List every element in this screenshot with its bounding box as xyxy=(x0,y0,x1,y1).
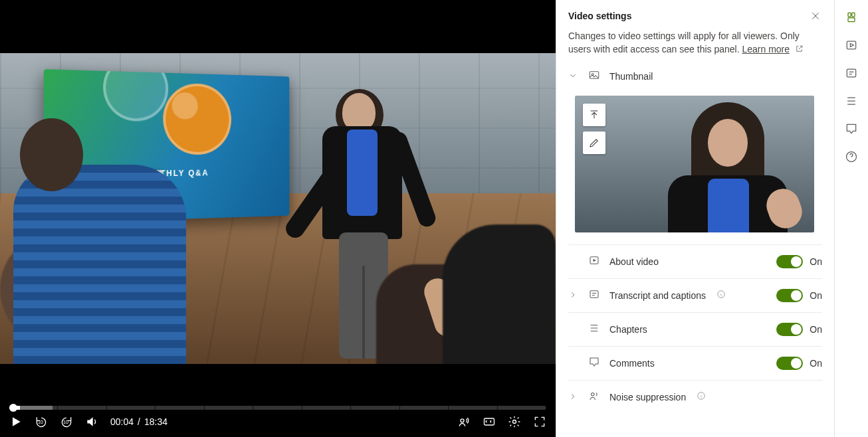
section-chapters[interactable]: Chapters On xyxy=(556,313,834,346)
fullscreen-button[interactable] xyxy=(533,415,546,428)
svg-rect-12 xyxy=(848,18,855,22)
seek-bar[interactable] xyxy=(9,406,546,410)
edit-thumbnail-button[interactable] xyxy=(583,131,605,154)
section-thumbnail-label: Thumbnail xyxy=(609,71,653,82)
rail-chapters-button[interactable] xyxy=(843,93,859,109)
rail-about-button[interactable] xyxy=(843,37,859,53)
transcript-toggle[interactable] xyxy=(776,289,803,302)
rewind-10-button[interactable]: 10 xyxy=(35,415,48,428)
panel-description: Changes to video settings will apply for… xyxy=(556,29,834,60)
section-comments[interactable]: Comments On xyxy=(556,347,834,380)
noise-suppression-button[interactable] xyxy=(457,415,471,428)
seek-thumb[interactable] xyxy=(9,404,17,412)
external-link-icon xyxy=(795,43,804,56)
video-player: CONTOSO MONTHLY Q&A xyxy=(0,0,556,437)
noise-icon xyxy=(588,390,600,404)
volume-button[interactable] xyxy=(85,415,98,428)
info-icon[interactable] xyxy=(716,290,726,302)
section-transcript[interactable]: Transcript and captions On xyxy=(556,279,834,312)
play-button[interactable] xyxy=(9,415,23,428)
video-frame[interactable]: CONTOSO MONTHLY Q&A xyxy=(0,0,556,400)
about-video-toggle[interactable] xyxy=(776,255,803,268)
chevron-down-icon xyxy=(568,71,579,82)
total-time: 18:34 xyxy=(144,416,167,427)
right-rail xyxy=(835,0,868,437)
rail-video-settings-button[interactable] xyxy=(843,9,859,25)
section-about-label: About video xyxy=(609,256,659,267)
thumbnail-preview xyxy=(575,96,814,232)
chevron-right-icon xyxy=(568,392,579,402)
section-transcript-label: Transcript and captions xyxy=(609,290,706,301)
playback-settings-button[interactable] xyxy=(508,415,521,428)
comments-toggle-state: On xyxy=(810,358,822,369)
upload-thumbnail-button[interactable] xyxy=(583,104,605,126)
rail-help-button[interactable] xyxy=(843,149,859,165)
transcript-toggle-state: On xyxy=(810,290,822,301)
thumbnail-preview-area xyxy=(556,93,834,244)
svg-point-2 xyxy=(513,420,516,424)
section-noise-suppression[interactable]: Noise suppression xyxy=(556,381,834,414)
learn-more-link[interactable]: Learn more xyxy=(742,44,790,54)
video-settings-panel: Video settings Changes to video settings… xyxy=(556,0,835,437)
svg-rect-14 xyxy=(847,69,855,77)
captions-button[interactable] xyxy=(483,415,496,428)
current-time: 00:04 xyxy=(110,416,134,427)
image-icon xyxy=(588,69,600,84)
comments-icon xyxy=(588,356,600,371)
chapters-icon xyxy=(588,322,600,337)
chapters-toggle-state: On xyxy=(810,324,822,335)
section-chapters-label: Chapters xyxy=(609,324,647,335)
section-thumbnail-header[interactable]: Thumbnail xyxy=(556,60,834,93)
rail-comments-button[interactable] xyxy=(843,121,859,137)
section-comments-label: Comments xyxy=(609,358,655,369)
svg-rect-6 xyxy=(590,290,598,298)
transcript-icon xyxy=(588,288,600,303)
panel-title: Video settings xyxy=(568,11,631,21)
close-panel-button[interactable] xyxy=(809,9,822,23)
forward-10-button[interactable]: 10 xyxy=(60,415,73,428)
svg-rect-11 xyxy=(852,13,855,17)
section-noise-label: Noise suppression xyxy=(609,392,686,402)
video-content: CONTOSO MONTHLY Q&A xyxy=(0,53,556,364)
player-controls: 10 10 00:04 / 18:34 xyxy=(0,400,556,437)
chapters-toggle[interactable] xyxy=(776,323,803,336)
time-display: 00:04 / 18:34 xyxy=(110,416,167,427)
play-square-icon xyxy=(588,254,600,269)
about-video-toggle-state: On xyxy=(810,256,822,267)
comments-toggle[interactable] xyxy=(776,357,803,370)
chevron-right-icon xyxy=(568,290,579,301)
svg-point-8 xyxy=(592,393,595,396)
svg-rect-10 xyxy=(848,13,851,17)
info-icon[interactable] xyxy=(697,391,706,403)
section-about-video[interactable]: About video On xyxy=(556,245,834,278)
rail-transcript-button[interactable] xyxy=(843,65,859,81)
svg-point-0 xyxy=(461,419,464,422)
